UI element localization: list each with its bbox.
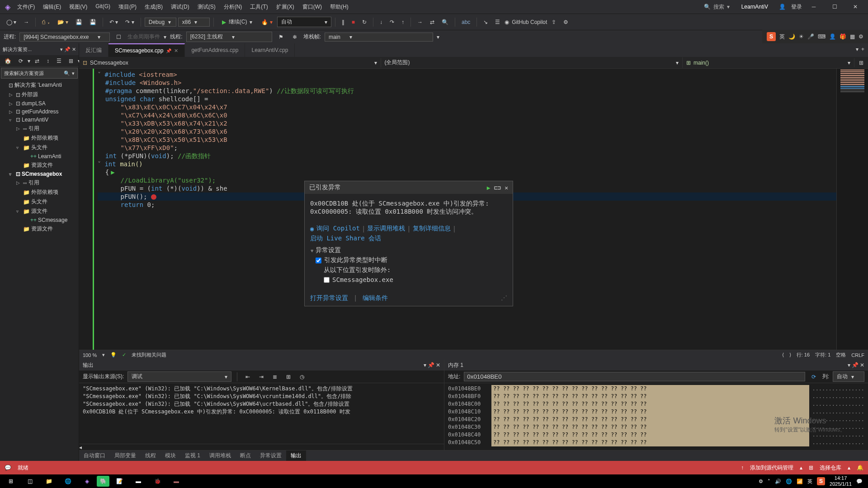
breakpoint-icon[interactable] [151,194,156,200]
dropdown-icon[interactable]: ▾ [60,47,63,52]
menu-view[interactable]: 视图(V) [66,1,91,13]
edge-icon[interactable]: 🌐 [59,475,77,488]
bottom-tab[interactable]: 断点 [236,450,255,461]
bottom-tab[interactable]: 监视 1 [180,450,205,461]
network-icon[interactable]: 🌐 [786,479,792,484]
output-content[interactable]: "SCmessagebox.exe" (Win32): 已加载 "C:\Wind… [79,383,444,444]
repo-icon[interactable]: ⊞ [809,465,813,471]
thread-dropdown[interactable]: [6232] 主线程▾ [186,32,272,42]
menu-extensions[interactable]: 扩展(X) [273,1,298,13]
close-icon[interactable]: ✕ [860,362,864,368]
process-dropdown[interactable]: [9944] SCmessagebox.exe▾ [19,33,110,42]
bell-icon[interactable]: 🔔 [857,465,863,471]
ask-copilot-link[interactable]: ◉询问 Copilot [310,225,360,233]
arrow-icon[interactable]: ↘ [481,17,491,27]
solution-node[interactable]: ⊡解决方案 'LearnAnti [0,80,79,90]
clear-icon[interactable]: ≣ [270,372,280,382]
scroll-left-icon[interactable]: ◂ [79,444,82,450]
restart-button[interactable]: ↻ [359,17,369,27]
pause-button[interactable]: ‖ [339,17,347,27]
ime-icon[interactable]: 英 [807,478,812,485]
new-button[interactable]: ⎙ ▾ [39,17,52,27]
tree-extdeps[interactable]: 📁外部依赖项 [0,133,79,143]
add-scm-label[interactable]: 添加到源代码管理 [750,464,793,472]
refresh-icon[interactable]: ⟳ [809,372,819,382]
sync-icon[interactable]: ⇄ [32,56,42,66]
add-icon[interactable]: + [861,46,864,52]
lifecycle-icon[interactable]: ☐ [113,32,124,42]
solution-search[interactable]: 搜索解决方案资源 🔍 ▾ [1,68,78,79]
pin-icon[interactable]: 📌 [64,47,71,52]
tree-extdeps2[interactable]: 📁外部依赖项 [0,188,79,197]
nav-scope[interactable]: ⊡SCmessagebox▾ [79,58,381,67]
close-icon[interactable]: ✕ [72,47,76,52]
apps-icon[interactable]: ▦ [850,33,855,40]
tab-disassembly[interactable]: 反汇编 [79,43,108,57]
maximize-button[interactable]: ☐ [826,0,844,13]
open-exception-settings-link[interactable]: 打开异常设置 [310,294,348,302]
wrap-icon[interactable]: ⊞ [283,372,293,382]
more-button[interactable]: ⚙ [561,17,571,27]
sogou-tray-icon[interactable]: S [817,477,825,485]
show-next-statement-button[interactable]: → [415,17,425,27]
back-button[interactable]: ◯ ▾ [4,17,19,27]
menu-file[interactable]: 文件(F) [14,1,38,13]
exception-settings-label[interactable]: 异常设置 [316,246,341,254]
address-input[interactable] [464,372,805,381]
app-icon[interactable]: 📝 [110,475,128,488]
memory-content[interactable]: 0x01048BE0?? ?? ?? ?? ?? ?? ?? ?? ?? ?? … [444,383,868,450]
open-button[interactable]: 📂 ▾ [55,17,71,27]
code-editor[interactable]: ˅ #include <iostream> #include <Windows.… [79,69,868,350]
bottom-tab[interactable]: 线程 [141,450,160,461]
sogou-icon[interactable]: S [767,32,776,41]
tree-refs2[interactable]: ▷▫▫引用 [0,178,79,188]
liveshare-link[interactable]: 启动 Live Share 会话 [310,235,381,243]
show-stack-link[interactable]: 显示调用堆栈 [367,225,405,233]
close-icon[interactable]: ✕ [505,184,508,191]
collapse-icon[interactable]: ↕ [44,56,52,66]
columns-dropdown[interactable]: 自动▾ [833,371,864,382]
keyboard-icon[interactable]: ⌨ [818,33,826,40]
dropdown-icon[interactable]: ▾ [856,46,859,52]
auto-dropdown[interactable]: 自动▾ [277,17,331,27]
home-icon[interactable]: 🏠 [2,56,14,66]
chat-icon[interactable]: 💬 [5,465,11,471]
tab-getfunaddress[interactable]: getFunAddress.cpp [185,43,245,57]
refresh-icon[interactable]: ⟳ [16,56,26,66]
next-icon[interactable]: ⇥ [256,372,266,382]
edit-condition-link[interactable]: 编辑条件 [363,294,388,302]
pin-icon[interactable]: 📌 [428,362,434,368]
menu-edit[interactable]: 编辑(E) [39,1,65,13]
start-button[interactable]: ⊞ [2,475,20,488]
lightbulb-icon[interactable]: 💡 [110,352,117,358]
except-module-checkbox[interactable] [324,277,330,283]
break-on-throw-checkbox[interactable] [316,258,321,263]
pin-icon[interactable]: 📌 [852,362,859,368]
tray-gear-icon[interactable]: ⚙ [759,479,763,484]
tree-external[interactable]: ▷⊡外部源 [0,90,79,99]
find-button[interactable]: 🔍 [439,17,451,27]
forward-button[interactable]: → [21,17,32,27]
platform-dropdown[interactable]: x86▾ [178,18,210,27]
tree-headers[interactable]: ▿📁头文件 [0,143,79,152]
wifi-icon[interactable]: 📶 [797,479,803,484]
menu-analyze[interactable]: 分析(N) [220,1,246,13]
menu-project[interactable]: 项目(P) [115,1,140,13]
bottom-tab[interactable]: 输出 [286,450,306,461]
tree-srcfiles[interactable]: ▿📁源文件 [0,206,79,216]
login-label[interactable]: 登录 [791,3,802,11]
bottom-tab[interactable]: 自动窗口 [79,450,110,461]
share-button[interactable]: ⇪ [549,17,559,27]
bottom-tab[interactable]: 模块 [160,450,180,461]
tree-resources2[interactable]: 📁资源文件 [0,224,79,234]
step-out-button[interactable]: ↑ [399,17,407,27]
continue-button[interactable]: ▶ 继续(C) ▾ [217,17,257,27]
hot-reload-button[interactable]: 🔥 ▾ [259,17,275,27]
pin-icon[interactable]: 📌 [166,48,171,53]
close-icon[interactable]: ✕ [436,362,440,368]
nav-right-icon[interactable]: ⟩ [789,352,791,358]
tab-scmessagebox[interactable]: SCmessagebox.cpp📌✕ [108,43,185,57]
freeze-icon[interactable]: ❄ [290,32,300,42]
tray-up-icon[interactable]: ˄ [768,479,770,484]
dropdown-icon[interactable]: ▾ [848,362,850,368]
